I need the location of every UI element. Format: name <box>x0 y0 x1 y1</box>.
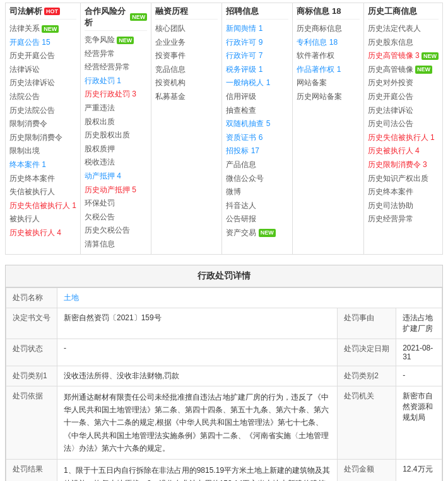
category-item[interactable]: 历史行政处罚 3 <box>85 88 147 101</box>
category-item[interactable]: 双随机抽查 5 <box>226 117 288 131</box>
category-item[interactable]: 抖音达人 <box>226 199 288 213</box>
field-value: 12.4万元 <box>396 460 442 481</box>
category-item[interactable]: 历史法律诉讼 <box>368 104 439 118</box>
category-item[interactable]: 历史经营异常 <box>368 212 439 226</box>
category-item[interactable]: 历史开庭公告 <box>368 90 439 104</box>
field-value: 郑州通达耐材有限责任公司未经批准擅自违法占地扩建厂房的行为，违反了《中华人民共和… <box>57 386 338 460</box>
category-item[interactable]: 专利信息 18 <box>297 36 359 50</box>
category-item[interactable]: 历史被执行人 4 <box>368 144 439 158</box>
category-item[interactable]: 历史对外投资 <box>368 76 439 90</box>
category-item[interactable]: 历史司法公告 <box>368 117 439 131</box>
category-item[interactable]: 历史网站备案 <box>297 90 359 104</box>
category-item[interactable]: 清算信息 <box>85 238 147 252</box>
category-item[interactable]: 历史欠税公告 <box>85 224 147 238</box>
category-item[interactable]: 公告研报 <box>226 212 288 226</box>
field-value: 土地 <box>57 287 442 308</box>
field-value: 2021-08-31 <box>396 339 442 366</box>
category-item[interactable]: 抽查检查 <box>226 104 288 118</box>
category-item[interactable]: 失信被执行人 <box>9 185 76 199</box>
category-item[interactable]: 法院公告 <box>9 90 76 104</box>
category-item[interactable]: 私募基金 <box>155 90 218 104</box>
category-item[interactable]: 招投标 17 <box>226 144 288 158</box>
category-item[interactable]: 股权质押 <box>85 142 147 156</box>
category-item[interactable]: 经营经营异常 <box>85 61 147 74</box>
category-item[interactable]: 历史开庭公告 <box>9 49 76 63</box>
category-item[interactable]: 信用评级 <box>226 90 288 104</box>
category-item[interactable]: 环保处罚 <box>85 197 147 211</box>
category-column: 司法解析 HOT法律关系 NEW开庭公告 15历史开庭公告法律诉讼历史法律诉讼法… <box>6 3 81 254</box>
field-label: 处罚金额 <box>338 460 396 481</box>
category-item[interactable]: 历史法院公告 <box>9 104 76 118</box>
field-value: 1、限于十五日内自行拆除在非法占用的9815.19平方米土地上新建的建筑物及其他… <box>57 460 338 481</box>
category-header: 司法解析 HOT <box>9 6 76 20</box>
category-item[interactable]: 历史法定代表人 <box>368 22 439 36</box>
category-item[interactable]: 被执行人 <box>9 212 76 226</box>
category-header: 商标信息 18 <box>297 6 359 20</box>
table-row: 决定书文号新密自然资罚〔2021〕159号处罚事由违法占地扩建厂房 <box>6 308 442 339</box>
category-item[interactable]: 新闻舆情 1 <box>226 22 288 36</box>
category-item[interactable]: 网站备案 <box>297 76 359 90</box>
category-item[interactable]: 限制出境 <box>9 144 76 158</box>
category-item[interactable]: 历史被执行人 4 <box>9 226 76 240</box>
category-item[interactable]: 竞品信息 <box>155 63 218 77</box>
category-item[interactable]: 税务评级 1 <box>226 63 288 77</box>
category-item[interactable]: 行政处罚 1 <box>85 74 147 88</box>
category-item[interactable]: 法律关系 NEW <box>9 22 76 36</box>
field-label: 处罚依据 <box>6 386 57 460</box>
category-grid: 司法解析 HOT法律关系 NEW开庭公告 15历史开庭公告法律诉讼历史法律诉讼法… <box>5 3 443 255</box>
category-item[interactable]: 企业业务 <box>155 36 218 50</box>
category-item[interactable]: 股权出质 <box>85 115 147 129</box>
category-item[interactable]: 限制消费令 <box>9 117 76 131</box>
category-item[interactable]: 历史终本案件 <box>9 172 76 186</box>
category-item[interactable]: 历史失信被执行人 1 <box>9 199 76 213</box>
field-label: 处罚类别2 <box>338 366 396 386</box>
category-item[interactable]: 核心团队 <box>155 22 218 36</box>
category-item[interactable]: 欠税公告 <box>85 211 147 224</box>
category-column: 融资历程核心团队企业业务投资事件竞品信息投资机构私募基金 <box>151 3 222 254</box>
category-item[interactable]: 历史司法协助 <box>368 199 439 213</box>
category-item[interactable]: 历史商标信息 <box>297 22 359 36</box>
category-item[interactable]: 产品信息 <box>226 158 288 172</box>
category-item[interactable]: 开庭公告 15 <box>9 36 76 50</box>
category-item[interactable]: 行政许可 7 <box>226 49 288 63</box>
category-item[interactable]: 历史高管镜像 NEW <box>368 63 439 77</box>
field-label: 处罚事由 <box>338 308 396 339</box>
category-item[interactable]: 终本案件 1 <box>9 158 76 172</box>
category-item[interactable]: 投资事件 <box>155 49 218 63</box>
table-row: 处罚名称土地 <box>6 287 442 308</box>
category-item[interactable]: 软件著作权 <box>297 49 359 63</box>
category-item[interactable]: 历史股东信息 <box>368 36 439 50</box>
field-value: 违法占地扩建厂房 <box>396 308 442 339</box>
category-item[interactable]: 历史终本案件 <box>368 185 439 199</box>
category-item[interactable]: 一般纳税人 1 <box>226 76 288 90</box>
table-row: 处罚依据郑州通达耐材有限责任公司未经批准擅自违法占地扩建厂房的行为，违反了《中华… <box>6 386 442 460</box>
category-item[interactable]: 微博 <box>226 185 288 199</box>
category-item[interactable]: 竞争风险 NEW <box>85 33 147 47</box>
category-item[interactable]: 行政许可 9 <box>226 36 288 50</box>
category-item[interactable]: 动产抵押 4 <box>85 170 147 183</box>
category-item[interactable]: 历史失信被执行人 1 <box>368 131 439 145</box>
category-item[interactable]: 税收违法 <box>85 156 147 170</box>
category-item[interactable]: 历史股权出质 <box>85 129 147 142</box>
category-item[interactable]: 资产交易 NEW <box>226 226 288 240</box>
field-label: 处罚名称 <box>6 287 57 308</box>
category-column: 合作风险分析 NEW竞争风险 NEW经营异常经营经营异常行政处罚 1历史行政处罚… <box>81 3 151 254</box>
category-header: 合作风险分析 NEW <box>85 6 147 31</box>
category-item[interactable]: 作品著作权 1 <box>297 63 359 77</box>
category-item[interactable]: 历史法律诉讼 <box>9 76 76 90</box>
table-row: 处罚结果1、限于十五日内自行拆除在非法占用的9815.19平方米土地上新建的建筑… <box>6 460 442 481</box>
category-item[interactable]: 微信公众号 <box>226 172 288 186</box>
category-item[interactable]: 历史知识产权出质 <box>368 172 439 186</box>
category-item[interactable]: 法律诉讼 <box>9 63 76 77</box>
field-value: - <box>396 366 442 386</box>
category-item[interactable]: 历史限制消费令 <box>9 131 76 145</box>
category-item[interactable]: 严重违法 <box>85 101 147 115</box>
category-item[interactable]: 资质证书 6 <box>226 131 288 145</box>
category-item[interactable]: 投资机构 <box>155 76 218 90</box>
category-item[interactable]: 历史高管镜像 3 NEW <box>368 49 439 63</box>
field-label: 处罚结果 <box>6 460 57 481</box>
category-item[interactable]: 经营异常 <box>85 47 147 61</box>
category-item[interactable]: 历史动产抵押 5 <box>85 183 147 197</box>
field-label: 处罚决定日期 <box>338 339 396 366</box>
category-item[interactable]: 历史限制消费令 3 <box>368 158 439 172</box>
